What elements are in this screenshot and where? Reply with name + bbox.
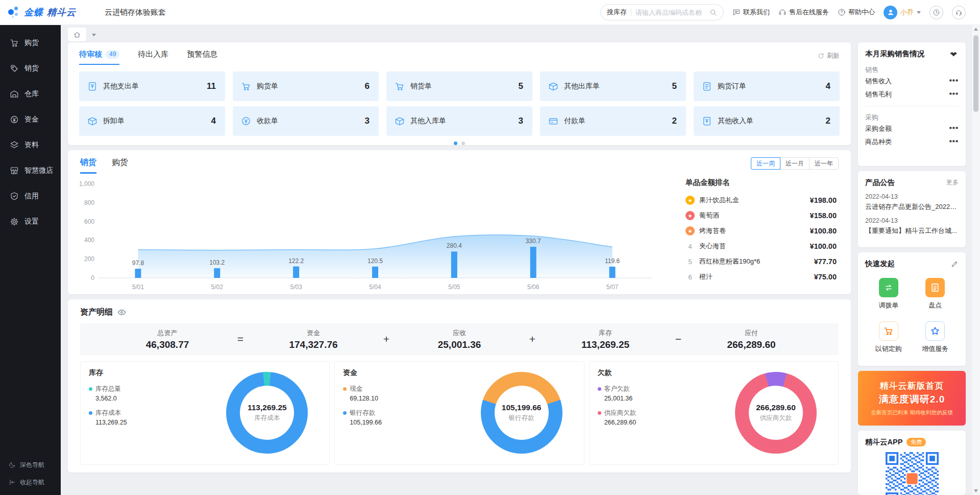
headset-icon <box>778 8 787 16</box>
sidebar-item-sales[interactable]: 销货 <box>0 56 61 81</box>
tab-warning-info[interactable]: 预警信息 <box>187 50 217 65</box>
formula-value: 174,327.76 <box>289 339 337 350</box>
range-year-button[interactable]: 近一年 <box>809 157 839 170</box>
monthly-summary-card: 本月采购销售情况 销售 销售收入 *** 销售毛利 *** 采购 采购金额 **… <box>858 42 966 166</box>
assets-formula: 总资产 46,308.77 = 资金 174,327.76 + 应收 25,00… <box>80 323 839 355</box>
tab-dropdown-button[interactable] <box>89 30 99 39</box>
legend-label: 供应商欠款 <box>604 409 636 417</box>
announcement-item[interactable]: 2022-04-13 云进销存产品更新公告_20220... <box>865 193 959 211</box>
search-box[interactable]: 搜库存 <box>600 4 724 20</box>
scroll-up-arrow[interactable] <box>972 25 980 33</box>
tile-label: 其他入库单 <box>410 116 446 126</box>
funds-total: 资金 174,327.76 <box>245 328 382 350</box>
tile-sales-order[interactable]: 销货单 5 <box>386 72 532 101</box>
search-divider <box>631 9 631 16</box>
refresh-button[interactable]: 刷新 <box>818 52 840 65</box>
ranking-row[interactable]: 6 橙汁 ¥75.00 <box>685 269 837 285</box>
tile-receipt[interactable]: 收款单 3 <box>233 106 379 136</box>
pencil-icon[interactable] <box>951 260 959 268</box>
collapse-nav-toggle[interactable]: 收起导航 <box>0 474 61 491</box>
tile-count: 3 <box>519 116 523 126</box>
ranking-row[interactable]: ★ 果汁饮品礼盒 ¥198.00 <box>685 193 837 208</box>
scroll-down-arrow[interactable] <box>972 487 980 495</box>
more-link[interactable]: 更多 <box>946 178 959 187</box>
total-assets: 总资产 46,308.77 <box>99 328 236 350</box>
dark-nav-label: 深色导航 <box>20 461 44 469</box>
order-doc-icon <box>702 81 712 91</box>
quick-action-stocktake[interactable]: 盘点 <box>912 278 959 310</box>
tile-other-outbound[interactable]: 其他出库单 5 <box>540 72 686 101</box>
tile-payment[interactable]: 付款单 2 <box>540 106 686 136</box>
eye-icon[interactable] <box>117 308 126 317</box>
tab-pending-inout[interactable]: 待出入库 <box>138 50 168 65</box>
tab-pending-approval[interactable]: 待审核 49 <box>79 50 119 65</box>
legend-dot <box>343 387 347 391</box>
contact-us-link[interactable]: 联系我们 <box>732 8 770 17</box>
history-button[interactable] <box>929 6 943 19</box>
quick-action-transfer[interactable]: 调拨单 <box>865 278 912 310</box>
sidebar-item-label: 购货 <box>24 38 39 48</box>
tile-purchase-po[interactable]: 购货订单 4 <box>694 72 840 101</box>
ranking-row[interactable]: ★ 烤海苔卷 ¥100.80 <box>685 223 837 239</box>
legend-label: 库存总量 <box>95 385 121 393</box>
ranking-row[interactable]: 4 夹心海苔 ¥100.00 <box>685 239 837 254</box>
sidebar-item-purchase[interactable]: 购货 <box>0 30 61 56</box>
tab-sales-trend[interactable]: 销货 <box>80 157 96 174</box>
quick-action-value-added[interactable]: 增值服务 <box>912 321 959 353</box>
pagination-dot-1[interactable] <box>454 142 457 145</box>
item-amount-ranking: 单品金额排名 ★ 果汁饮品礼盒 ¥198.00 ★ 葡萄酒 ¥158.00 ★ … <box>685 178 837 285</box>
tile-other-income[interactable]: 其他收入单 2 <box>694 106 840 136</box>
formula-value: 25,001.36 <box>438 339 481 350</box>
tile-other-inbound[interactable]: 其他入库单 3 <box>386 106 532 136</box>
sidebar-item-credit[interactable]: 信用 <box>0 183 61 209</box>
layers-icon <box>10 140 19 150</box>
inventory-total: 库存 113,269.25 <box>537 328 674 350</box>
operator-plus: + <box>382 333 391 345</box>
range-month-button[interactable]: 近一月 <box>780 157 810 170</box>
sidebar-item-smart-store[interactable]: 智慧微店 <box>0 158 61 183</box>
app-promo-card: 精斗云APP 免费 <box>858 431 966 495</box>
ranking-row[interactable]: ★ 葡萄酒 ¥158.00 <box>685 208 837 223</box>
formula-label: 资金 <box>307 328 320 338</box>
service-headset-icon <box>955 9 963 16</box>
range-week-button[interactable]: 近一周 <box>751 157 780 170</box>
chevron-down-icon <box>917 11 921 14</box>
formula-value: 266,289.60 <box>727 339 775 350</box>
search-input[interactable] <box>635 9 705 16</box>
tile-count: 2 <box>826 116 830 126</box>
expense-doc-icon <box>87 81 97 91</box>
tab-purchase-trend[interactable]: 购货 <box>112 157 128 174</box>
formula-label: 应付 <box>745 328 758 338</box>
app-logo[interactable]: 金蝶 精斗云 <box>7 6 76 19</box>
search-category-selector[interactable]: 搜库存 <box>607 8 627 17</box>
tile-purchase-order[interactable]: 购货单 6 <box>233 72 379 101</box>
ranking-item-amount: ¥198.00 <box>810 196 837 204</box>
sidebar-item-data[interactable]: 资料 <box>0 132 61 158</box>
dark-nav-toggle[interactable]: 深色导航 <box>0 456 61 474</box>
announcement-item[interactable]: 2022-04-13 【重要通知】精斗云工作台城... <box>865 217 959 235</box>
tile-label: 付款单 <box>564 116 585 126</box>
gear-icon <box>10 217 19 226</box>
pagination-dot-2[interactable] <box>461 142 465 145</box>
search-icon[interactable] <box>709 9 717 16</box>
range-selector: 近一周 近一月 近一年 <box>751 157 839 170</box>
user-menu[interactable]: 小乔 <box>884 6 921 19</box>
after-sales-service-link[interactable]: 售后在线服务 <box>778 8 829 17</box>
sidebar-item-funds[interactable]: 资金 <box>0 107 61 132</box>
home-tab[interactable] <box>68 28 86 41</box>
legend-dot <box>598 411 601 415</box>
tile-disassembly[interactable]: 拆卸单 4 <box>79 106 225 136</box>
tile-other-expense[interactable]: 其他支出单 11 <box>79 72 225 101</box>
sidebar-item-settings[interactable]: 设置 <box>0 209 61 234</box>
scrollbar-thumb[interactable] <box>973 35 978 112</box>
legend-dot <box>598 387 601 391</box>
help-center-link[interactable]: 帮助中心 <box>838 8 875 17</box>
announcement-text: 【重要通知】精斗云工作台城... <box>865 226 959 235</box>
stat-row: 商品种类 *** <box>865 135 959 149</box>
ranking-row[interactable]: 5 西红柿意粉酱190g*6 ¥77.70 <box>685 254 837 269</box>
quick-action-sales-order-purchase[interactable]: 以销定购 <box>865 321 912 353</box>
ranking-item-amount: ¥100.80 <box>810 227 837 235</box>
sidebar-item-warehouse[interactable]: 仓库 <box>0 81 61 107</box>
online-service-button[interactable] <box>952 6 966 19</box>
survey-banner[interactable]: 精斗云新版首页 满意度调研2.0 全新首页已到来 期待收到您的反馈 <box>858 371 966 426</box>
